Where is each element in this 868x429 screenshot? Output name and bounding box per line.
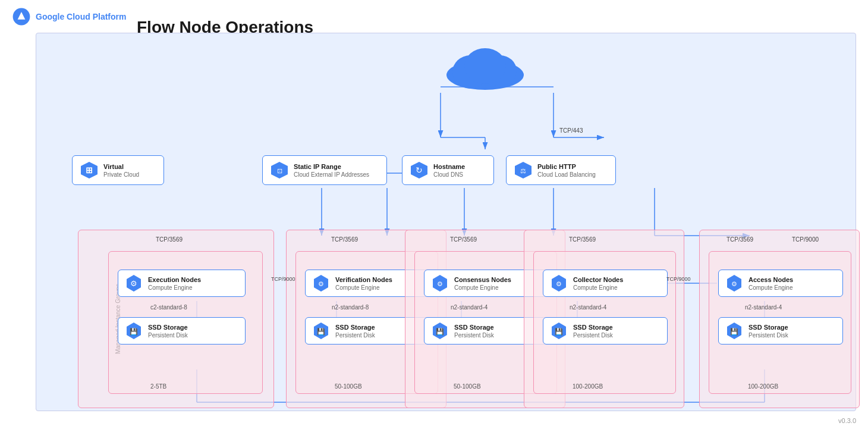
- public-http-title: Public HTTP: [537, 162, 596, 171]
- access-spec: n2-standard-4: [745, 304, 782, 311]
- execution-inner-section: ⚙ Execution Nodes Compute Engine c2-stan…: [108, 251, 263, 394]
- execution-ssd-box: 💾 SSD Storage Persistent Disk: [118, 317, 246, 345]
- hostname-icon: ↻: [410, 161, 429, 180]
- consensus-ssd-title: SSD Storage: [454, 323, 494, 331]
- vpc-title: Virtual: [103, 162, 139, 171]
- access-ssd-icon: 💾: [725, 321, 744, 340]
- svg-text:⚖: ⚖: [520, 167, 526, 174]
- verification-size: 50-100GB: [335, 383, 362, 390]
- verification-title: Verification Nodes: [335, 275, 392, 284]
- mig-section: Managed Instance Groups TCP/3569 TCP/900…: [78, 230, 274, 408]
- version-label: v0.3.0: [838, 417, 856, 424]
- cloud-icon: [441, 42, 530, 92]
- verification-subtitle: Compute Engine: [335, 284, 392, 291]
- tcp-coll-9000: TCP/9000: [271, 276, 295, 282]
- collector-spec: n2-standard-4: [570, 304, 606, 311]
- consensus-size: 50-100GB: [454, 383, 481, 390]
- execution-ssd-subtitle: Persistent Disk: [148, 332, 188, 339]
- svg-text:💾: 💾: [730, 327, 738, 336]
- static-ip-subtitle: Cloud External IP Addresses: [294, 171, 369, 178]
- consensus-spec: n2-standard-4: [451, 304, 488, 311]
- collector-ssd-subtitle: Persistent Disk: [573, 332, 613, 339]
- hostname-title: Hostname: [433, 162, 465, 171]
- access-size: 100-200GB: [748, 383, 778, 390]
- hostname-subtitle: Cloud DNS: [433, 171, 465, 178]
- gcp-logo-icon: [12, 7, 31, 26]
- access-subtitle: Compute Engine: [749, 284, 793, 291]
- svg-text:⊞: ⊞: [86, 165, 93, 175]
- tcp-443-label: TCP/443: [559, 127, 583, 134]
- svg-text:💾: 💾: [555, 327, 563, 336]
- tcp-access-coll-9000: TCP/9000: [666, 276, 691, 282]
- execution-node-icon: ⚙: [124, 274, 143, 293]
- tcp-cons-3569: TCP/3569: [450, 236, 477, 243]
- svg-text:↻: ↻: [416, 165, 423, 175]
- svg-text:⊡: ⊡: [277, 167, 282, 174]
- public-http-box: ⚖ Public HTTP Cloud Load Balancing: [506, 155, 616, 185]
- execution-size: 2-5TB: [150, 383, 166, 390]
- collector-size: 100-200GB: [573, 383, 603, 390]
- execution-node-box: ⚙ Execution Nodes Compute Engine: [118, 270, 246, 297]
- collector-title: Collector Nodes: [573, 275, 623, 284]
- hostname-box: ↻ Hostname Cloud DNS: [402, 155, 494, 185]
- diagram-area: TCP/443 ⊞ Virtual Private Cloud ⊡ Static…: [36, 33, 856, 411]
- collector-inner: ⚙ Collector Nodes Compute Engine n2-stan…: [533, 251, 676, 394]
- tcp-access-9000: TCP/9000: [792, 236, 819, 243]
- collector-ssd-icon: 💾: [549, 321, 568, 340]
- execution-spec: c2-standard-8: [150, 304, 187, 311]
- header-title: Google Cloud Platform: [36, 12, 126, 21]
- collector-node-icon: ⚙: [549, 274, 568, 293]
- header: Google Cloud Platform: [0, 0, 868, 33]
- access-ssd-title: SSD Storage: [749, 323, 788, 331]
- consensus-node-icon: ⚙: [430, 274, 449, 293]
- collector-subtitle: Compute Engine: [573, 284, 623, 291]
- static-ip-box: ⊡ Static IP Range Cloud External IP Addr…: [262, 155, 387, 185]
- verification-ssd-icon: 💾: [312, 321, 331, 340]
- svg-text:⚙: ⚙: [731, 280, 737, 287]
- collector-section: TCP/3569 ⚙ Collector Nodes Compute Engin…: [524, 230, 684, 408]
- svg-text:⚙: ⚙: [437, 280, 443, 287]
- consensus-ssd-icon: 💾: [430, 321, 449, 340]
- tcp-coll-3569: TCP/3569: [569, 236, 596, 243]
- verification-node-icon: ⚙: [312, 274, 331, 293]
- tcp-access-3569: TCP/3569: [727, 236, 753, 243]
- access-ssd-box: 💾 SSD Storage Persistent Disk: [718, 317, 843, 345]
- execution-node-subtitle: Compute Engine: [148, 284, 201, 291]
- tcp-verif-3569: TCP/3569: [331, 236, 358, 243]
- access-section: TCP/3569 TCP/9000 ⚙ Access Nodes Compute…: [699, 230, 860, 408]
- access-node-box: ⚙ Access Nodes Compute Engine: [718, 270, 843, 297]
- svg-text:⚙: ⚙: [556, 280, 562, 287]
- verification-ssd-title: SSD Storage: [335, 323, 375, 331]
- access-ssd-subtitle: Persistent Disk: [749, 332, 788, 339]
- vpc-box: ⊞ Virtual Private Cloud: [72, 155, 164, 185]
- access-node-icon: ⚙: [725, 274, 744, 293]
- svg-text:⚙: ⚙: [130, 279, 137, 288]
- verification-spec: n2-standard-8: [332, 304, 369, 311]
- execution-ssd-title: SSD Storage: [148, 323, 188, 331]
- vpc-subtitle: Private Cloud: [103, 171, 139, 178]
- access-inner: ⚙ Access Nodes Compute Engine n2-standar…: [709, 251, 851, 394]
- static-ip-title: Static IP Range: [294, 162, 369, 171]
- svg-point-30: [464, 48, 506, 84]
- public-http-icon: ⚖: [514, 161, 533, 180]
- access-title: Access Nodes: [749, 275, 793, 284]
- tcp-exec-3569: TCP/3569: [156, 236, 183, 243]
- collector-ssd-box: 💾 SSD Storage Persistent Disk: [543, 317, 668, 345]
- execution-node-title: Execution Nodes: [148, 275, 201, 284]
- svg-text:💾: 💾: [317, 327, 325, 336]
- consensus-title: Consensus Nodes: [454, 275, 511, 284]
- consensus-ssd-subtitle: Persistent Disk: [454, 332, 494, 339]
- static-ip-icon: ⊡: [270, 161, 289, 180]
- public-http-subtitle: Cloud Load Balancing: [537, 171, 596, 178]
- verification-ssd-subtitle: Persistent Disk: [335, 332, 375, 339]
- svg-text:💾: 💾: [130, 327, 138, 336]
- svg-text:💾: 💾: [436, 327, 444, 336]
- svg-text:⚙: ⚙: [318, 280, 324, 287]
- vpc-icon: ⊞: [80, 161, 99, 180]
- consensus-subtitle: Compute Engine: [454, 284, 511, 291]
- collector-node-box: ⚙ Collector Nodes Compute Engine: [543, 270, 668, 297]
- execution-ssd-icon: 💾: [124, 321, 143, 340]
- collector-ssd-title: SSD Storage: [573, 323, 613, 331]
